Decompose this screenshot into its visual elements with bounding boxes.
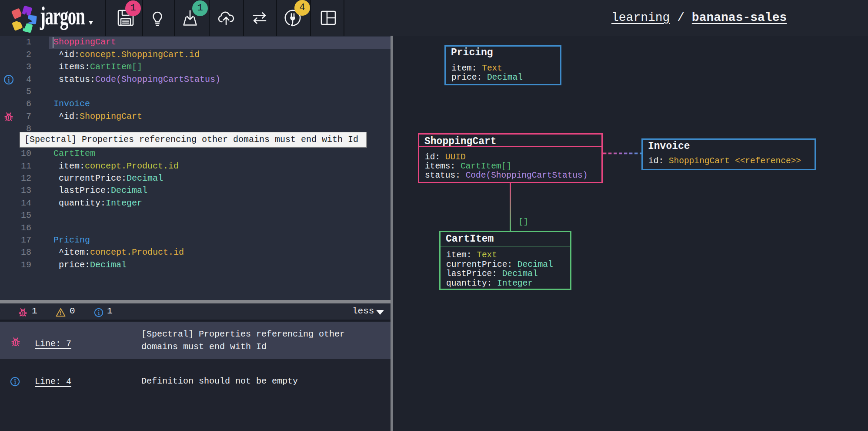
svg-text:[]: []	[518, 217, 528, 226]
